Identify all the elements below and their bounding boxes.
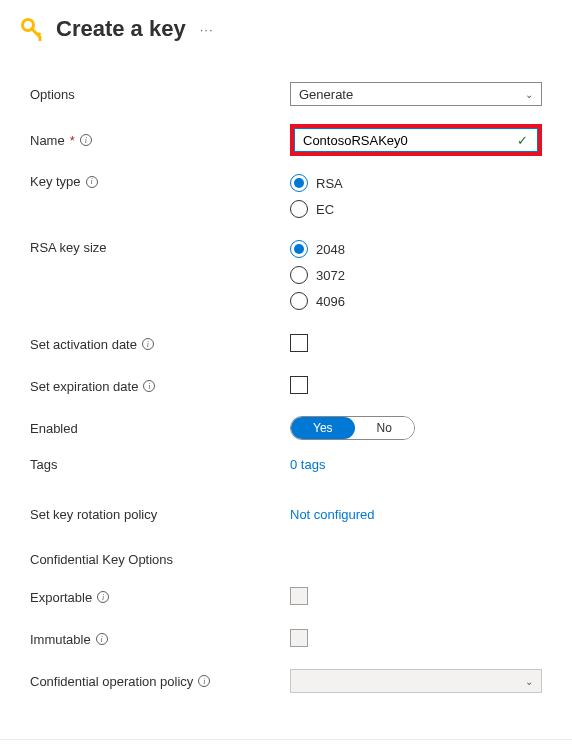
rsakeysize-radiogroup: 2048 3072 4096 [290,240,542,310]
expiration-date-label: Set expiration date i [30,379,290,394]
form-content: Options Generate ⌄ Name * i ✓ Key type [0,52,572,721]
name-highlight: ✓ [290,124,542,156]
page-header: Create a key ··· [0,0,572,52]
keytype-radiogroup: RSA EC [290,174,542,218]
activation-date-checkbox[interactable] [290,334,308,352]
info-icon[interactable]: i [142,338,154,350]
tags-label: Tags [30,457,290,472]
rotation-link[interactable]: Not configured [290,507,375,522]
more-actions-button[interactable]: ··· [200,22,214,37]
immutable-label: Immutable i [30,632,290,647]
footer: Create Cancel [0,740,572,753]
enabled-label: Enabled [30,421,290,436]
rsakeysize-radio-2048[interactable]: 2048 [290,240,542,258]
info-icon[interactable]: i [86,176,98,188]
confidential-heading: Confidential Key Options [30,552,542,567]
confidential-op-policy-label: Confidential operation policy i [30,674,290,689]
rsakeysize-radio-4096[interactable]: 4096 [290,292,542,310]
enabled-toggle-yes[interactable]: Yes [291,417,355,439]
required-indicator: * [70,133,75,148]
immutable-checkbox[interactable] [290,629,308,647]
confidential-op-policy-select: ⌄ [290,669,542,693]
options-select[interactable]: Generate ⌄ [290,82,542,106]
page-title: Create a key [56,16,186,42]
name-label: Name * i [30,133,290,148]
activation-date-label: Set activation date i [30,337,290,352]
info-icon[interactable]: i [143,380,155,392]
name-input[interactable] [294,128,538,152]
keytype-radio-rsa[interactable]: RSA [290,174,542,192]
exportable-label: Exportable i [30,590,290,605]
info-icon[interactable]: i [198,675,210,687]
options-select-value: Generate [299,87,353,102]
options-label: Options [30,87,290,102]
chevron-down-icon: ⌄ [525,89,533,100]
info-icon[interactable]: i [80,134,92,146]
rotation-label: Set key rotation policy [30,507,290,522]
rsakeysize-label: RSA key size [30,240,290,255]
exportable-checkbox[interactable] [290,587,308,605]
info-icon[interactable]: i [97,591,109,603]
rsakeysize-radio-3072[interactable]: 3072 [290,266,542,284]
expiration-date-checkbox[interactable] [290,376,308,394]
key-icon [20,17,44,41]
enabled-toggle-no[interactable]: No [355,417,414,439]
keytype-radio-ec[interactable]: EC [290,200,542,218]
enabled-toggle[interactable]: Yes No [290,416,415,440]
tags-link[interactable]: 0 tags [290,457,325,472]
keytype-label: Key type i [30,174,290,189]
info-icon[interactable]: i [96,633,108,645]
chevron-down-icon: ⌄ [525,676,533,687]
